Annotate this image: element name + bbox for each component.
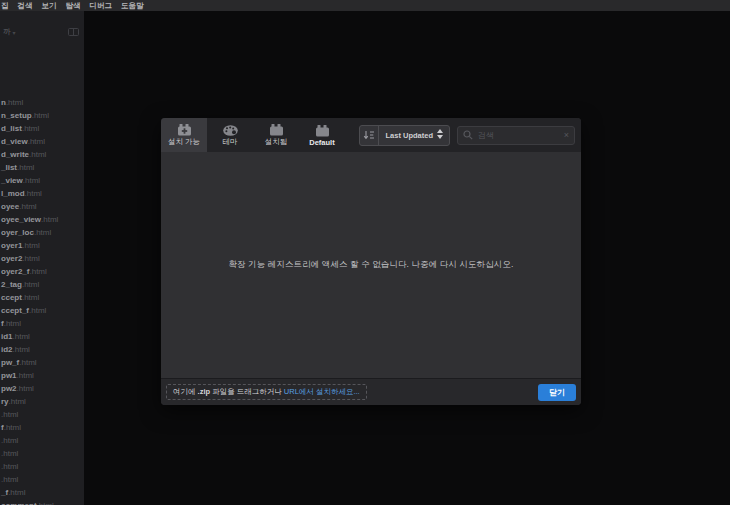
menu-item[interactable]: 탐색 [66, 1, 81, 11]
file-item[interactable]: 2_tag.html [0, 278, 84, 291]
sort-by-dropdown[interactable]: Last Updated [379, 126, 449, 145]
file-extension: .html [29, 306, 46, 315]
tab-label: 설치 가능 [168, 137, 200, 147]
close-button[interactable]: 닫기 [538, 384, 576, 401]
app-window: 집검색보기탐색디버그도움말 까 ▾ n.html n_setup.html d_… [0, 0, 730, 505]
tab-installed[interactable]: 설치됨 [253, 118, 299, 152]
extension-manager-dialog: 설치 가능 테마 설치됨 Default [161, 118, 581, 405]
file-extension: .html [32, 111, 49, 120]
search-field[interactable]: × [457, 126, 575, 145]
file-extension: .html [1, 436, 18, 445]
file-name: d_list [1, 124, 22, 133]
sort-order-icon[interactable] [360, 126, 379, 145]
menu-bar: 집검색보기탐색디버그도움말 [0, 0, 730, 11]
file-item[interactable]: _f.html [0, 486, 84, 499]
file-item[interactable]: ccept.html [0, 291, 84, 304]
tab-available[interactable]: 설치 가능 [161, 118, 207, 152]
file-item[interactable]: pw1.html [0, 369, 84, 382]
file-extension: .html [19, 202, 36, 211]
project-switcher[interactable]: 까 ▾ [0, 23, 84, 41]
extension-brick-icon [270, 123, 283, 136]
search-input[interactable] [476, 130, 561, 141]
file-extension: .html [41, 215, 58, 224]
menu-item[interactable]: 집 [1, 1, 9, 11]
file-name: oyer2_f [1, 267, 29, 276]
file-name: 2_tag [1, 280, 22, 289]
dialog-footer: 여기에 .zip 파일을 드래그하거나 URL에서 설치하세요... 닫기 [161, 378, 581, 405]
menu-item[interactable]: 검색 [18, 1, 33, 11]
file-name: pw1 [1, 371, 17, 380]
file-item[interactable]: _list.html [0, 161, 84, 174]
file-name: oyer_loc [1, 228, 34, 237]
file-item[interactable]: pw_f.html [0, 356, 84, 369]
file-extension: .html [29, 267, 46, 276]
file-name: oyee [1, 202, 19, 211]
file-item[interactable]: oyer1.html [0, 239, 84, 252]
updown-arrows-icon [437, 129, 443, 141]
file-extension: .html [4, 423, 21, 432]
file-name: oyer1 [1, 241, 22, 250]
file-item[interactable]: f.html [0, 421, 84, 434]
file-extension: .html [23, 176, 40, 185]
file-item[interactable]: .html [0, 408, 84, 421]
file-item[interactable]: ccept_f.html [0, 304, 84, 317]
file-name: id2 [1, 345, 13, 354]
file-item[interactable]: id2.html [0, 343, 84, 356]
install-from-url-link[interactable]: URL에서 설치하세요... [284, 387, 360, 396]
file-name: _view [1, 176, 23, 185]
file-item[interactable]: oyee_view.html [0, 213, 84, 226]
file-extension: .html [13, 345, 30, 354]
file-extension: .html [22, 280, 39, 289]
file-item[interactable]: oyer2.html [0, 252, 84, 265]
tab-themes[interactable]: 테마 [207, 118, 253, 152]
file-extension: .html [17, 371, 34, 380]
registry-error-message: 확장 기능 레지스트리에 액세스 할 수 없습니다. 나중에 다시 시도하십시오… [228, 259, 513, 271]
file-item[interactable]: oyee.html [0, 200, 84, 213]
file-extension: .html [22, 241, 39, 250]
file-item[interactable]: .html [0, 434, 84, 447]
tab-label: 설치됨 [265, 137, 288, 147]
palette-icon [223, 123, 238, 136]
file-item[interactable]: .html [0, 473, 84, 486]
chevron-down-icon: ▾ [13, 29, 16, 36]
clear-search-icon[interactable]: × [564, 131, 569, 140]
file-extension: .html [1, 449, 18, 458]
file-item[interactable]: oyer2_f.html [0, 265, 84, 278]
project-name: 까 [3, 27, 11, 37]
file-name: l_mod [1, 189, 25, 198]
sort-by-value: Last Updated [385, 131, 433, 140]
file-item[interactable]: d_write.html [0, 148, 84, 161]
file-item[interactable]: _view.html [0, 174, 84, 187]
file-item[interactable]: d_view.html [0, 135, 84, 148]
file-item[interactable]: d_list.html [0, 122, 84, 135]
file-item[interactable]: n.html [0, 96, 84, 109]
file-item[interactable]: l_mod.html [0, 187, 84, 200]
menu-item[interactable]: 디버그 [90, 1, 113, 11]
file-item[interactable]: comment.html [0, 499, 84, 505]
file-extension: .html [22, 293, 39, 302]
file-name: ccept [1, 293, 22, 302]
file-item[interactable]: oyer_loc.html [0, 226, 84, 239]
tab-label: Default [309, 138, 334, 147]
split-view-icon[interactable] [68, 28, 79, 36]
file-item[interactable]: f.html [0, 317, 84, 330]
file-item[interactable]: .html [0, 447, 84, 460]
menu-item[interactable]: 보기 [42, 1, 57, 11]
file-item[interactable]: id1.html [0, 330, 84, 343]
file-item[interactable]: .html [0, 460, 84, 473]
file-extension: .html [8, 488, 25, 497]
file-extension: .html [6, 98, 23, 107]
tab-default[interactable]: Default [299, 118, 345, 152]
file-extension: .html [1, 410, 18, 419]
file-name: pw_f [1, 358, 19, 367]
file-extension: .html [29, 150, 46, 159]
file-item[interactable]: pw2.html [0, 382, 84, 395]
file-item[interactable]: n_setup.html [0, 109, 84, 122]
file-extension: .html [34, 228, 51, 237]
menu-item[interactable]: 도움말 [121, 1, 144, 11]
file-name: id1 [1, 332, 13, 341]
file-item[interactable]: ry.html [0, 395, 84, 408]
working-files-list: n.html n_setup.html d_list.html d_view.h… [0, 96, 84, 505]
zip-drop-zone[interactable]: 여기에 .zip 파일을 드래그하거나 URL에서 설치하세요... [166, 384, 367, 400]
file-extension: .html [22, 254, 39, 263]
